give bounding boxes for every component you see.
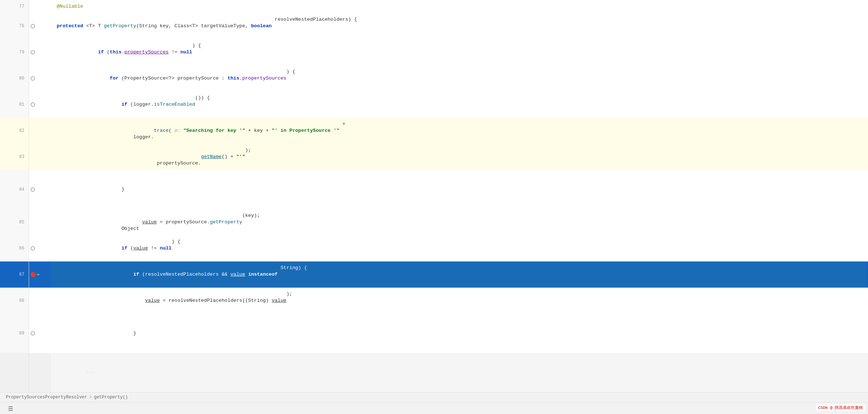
line-number-79: 79 xyxy=(0,39,29,65)
code-line-84: 84 } xyxy=(0,170,868,209)
gutter-88 xyxy=(29,288,51,314)
line-number-86: 86 xyxy=(0,235,29,261)
code-lines: 77 @Nullable 78 protected <T> T getPrope… xyxy=(0,0,868,392)
breakpoint-outline-79 xyxy=(31,50,35,54)
list-view-button[interactable]: ☰ xyxy=(6,405,15,413)
breadcrumb-sep: > xyxy=(89,395,92,400)
gutter-78 xyxy=(29,13,51,39)
code-line-81: 81 if (logger.isTraceEnabled()) { xyxy=(0,92,868,118)
gutter-79 xyxy=(29,39,51,65)
line-number-85: 85 xyxy=(0,209,29,235)
code-content-85: Object value = propertySource.getPropert… xyxy=(51,209,868,235)
gutter-89 xyxy=(29,314,51,353)
code-line-77: 77 @Nullable xyxy=(0,0,868,13)
toolbar-left: ☰ xyxy=(6,405,15,413)
keyword-protected: protected xyxy=(57,20,83,33)
breadcrumb-bar: PropertySourcesPropertyResolver > getPro… xyxy=(0,392,868,402)
breakpoint-active-87 xyxy=(31,272,36,277)
code-line-83: 83 propertySource.getName() + "'"); xyxy=(0,144,868,170)
line-number-87: 87 xyxy=(0,261,29,288)
line-number-89: 89 xyxy=(0,314,29,353)
method-getproperty: getProperty xyxy=(104,20,136,33)
code-line-82: 82 logger.trace( o: "Searching for key '… xyxy=(0,118,868,144)
line-number-80: 80 xyxy=(0,65,29,92)
code-content-78: protected <T> T getProperty(String key, … xyxy=(51,13,868,39)
code-line-87: 87 ⇒ if (resolveNestedPlaceholders && va… xyxy=(0,261,868,288)
line-number-81: 81 xyxy=(0,92,29,118)
keyword-boolean: boolean xyxy=(251,20,272,33)
gutter-82 xyxy=(29,118,51,144)
code-content-79: if (this.propertySources != null) { xyxy=(51,39,868,65)
list-view-icon: ☰ xyxy=(8,405,13,412)
gutter-81 xyxy=(29,92,51,118)
code-line-90plus: ··· xyxy=(0,353,868,392)
code-content-82: logger.trace( o: "Searching for key '" +… xyxy=(51,118,868,144)
code-editor: 77 @Nullable 78 protected <T> T getPrope… xyxy=(0,0,868,392)
breadcrumb-class[interactable]: PropertySourcesPropertyResolver xyxy=(6,395,87,400)
gutter-83 xyxy=(29,144,51,170)
line-number-82: 82 xyxy=(0,118,29,144)
code-content-89: } xyxy=(51,314,868,353)
gutter-86 xyxy=(29,235,51,261)
code-content-88: value = resolveNestedPlaceholders((Strin… xyxy=(51,288,868,314)
code-line-89: 89 } xyxy=(0,314,868,353)
gutter-90 xyxy=(29,353,51,392)
current-line-arrow: ⇒ xyxy=(36,268,39,281)
line-number-78: 78 xyxy=(0,13,29,39)
gutter-80 xyxy=(29,65,51,92)
code-line-88: 88 value = resolveNestedPlaceholders((St… xyxy=(0,288,868,314)
code-content-81: if (logger.isTraceEnabled()) { xyxy=(51,92,868,118)
code-content-90: ··· xyxy=(51,353,868,392)
code-line-78: 78 protected <T> T getProperty(String ke… xyxy=(0,13,868,39)
code-content-83: propertySource.getName() + "'"); xyxy=(51,144,868,170)
line-number-84: 84 xyxy=(0,170,29,209)
line-number-88: 88 xyxy=(0,288,29,314)
gutter-87: ⇒ xyxy=(29,261,51,288)
scrollbar-indicator xyxy=(866,261,868,288)
gutter-85 xyxy=(29,209,51,235)
line-number-83: 83 xyxy=(0,144,29,170)
debugger-toolbar: ☰ ⚙ − ⊞ xyxy=(0,402,868,414)
breadcrumb-method[interactable]: getProperty() xyxy=(94,395,128,400)
breakpoint-outline-86 xyxy=(31,246,35,251)
code-line-86: 86 if (value != null) { xyxy=(0,235,868,261)
gutter-77 xyxy=(29,0,51,13)
code-content-87: if (resolveNestedPlaceholders && value i… xyxy=(51,261,868,288)
code-line-79: 79 if (this.propertySources != null) { xyxy=(0,39,868,65)
gutter-84 xyxy=(29,170,51,209)
breakpoint-outline-89 xyxy=(31,331,35,336)
annotation-nullable: @Nullable xyxy=(57,0,83,13)
code-line-80: 80 for (PropertySource<?> propertySource… xyxy=(0,65,868,92)
code-content-80: for (PropertySource<?> propertySource : … xyxy=(51,65,868,92)
code-content-86: if (value != null) { xyxy=(51,235,868,261)
breakpoint-outline-84 xyxy=(31,187,35,192)
breakpoint-outline-78 xyxy=(31,24,35,28)
breakpoint-outline-81 xyxy=(31,102,35,107)
watermark: CSDN @ 阿昌喜欢吃黄桃 xyxy=(816,404,865,411)
code-line-85: 85 Object value = propertySource.getProp… xyxy=(0,209,868,235)
breakpoint-outline-80 xyxy=(31,76,35,81)
code-content-84: } xyxy=(51,170,868,209)
line-number-90 xyxy=(0,353,29,392)
line-number-77: 77 xyxy=(0,0,29,13)
code-content-77: @Nullable xyxy=(51,0,868,13)
